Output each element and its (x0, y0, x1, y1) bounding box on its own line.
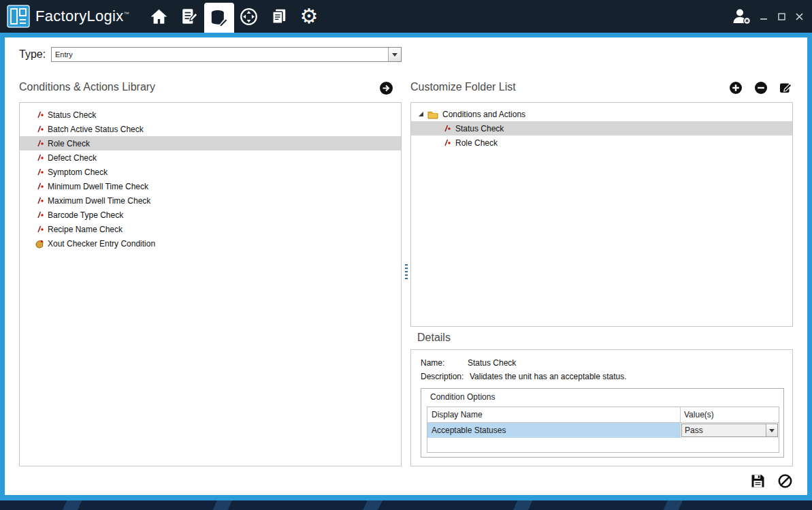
list-item-label: Maximum Dwell Time Check (48, 196, 150, 206)
list-item[interactable]: Maximum Dwell Time Check (20, 193, 401, 208)
condition-icon (35, 125, 45, 133)
window-frame: Type: Entry Conditions & Actions Library… (0, 33, 812, 500)
close-button[interactable] (790, 0, 808, 33)
list-item-label: Xout Checker Entry Condition (48, 239, 155, 249)
trademark: ™ (124, 11, 129, 17)
type-select-arrow[interactable] (388, 48, 401, 61)
list-item-label: Role Check (48, 139, 90, 148)
description-label: Description: (421, 372, 464, 381)
list-item[interactable]: Batch Active Status Check (20, 122, 401, 136)
condition-icon (442, 124, 452, 133)
list-item-label: Batch Active Status Check (48, 125, 144, 134)
reports-icon[interactable] (264, 0, 294, 33)
list-item-selected[interactable]: Role Check (20, 136, 401, 150)
folder-icon (427, 110, 438, 119)
condition-icon (35, 110, 45, 119)
list-item[interactable]: Recipe Name Check (20, 222, 401, 236)
condition-icon (35, 168, 45, 176)
option-value-select[interactable]: Pass (681, 424, 778, 437)
conditions-library-list: Status Check Batch Active Status Check R… (19, 102, 402, 466)
condition-options-title: Condition Options (430, 392, 495, 402)
name-label: Name: (421, 358, 444, 368)
table-row-selected[interactable]: Acceptable Statuses Pass (427, 423, 779, 438)
list-item[interactable]: Barcode Type Check (20, 208, 401, 222)
move-right-button[interactable] (379, 81, 393, 95)
library-icon-active-tab[interactable] (204, 3, 234, 33)
type-select[interactable]: Entry (51, 47, 402, 62)
column-header-values: Value(s) (681, 407, 779, 422)
navigate-icon[interactable] (234, 0, 264, 33)
option-display-name-cell[interactable]: Acceptable Statuses (427, 423, 681, 438)
script-condition-icon (35, 239, 45, 249)
tree-expand-icon[interactable] (417, 111, 425, 117)
condition-options-table: Display Name Value(s) Acceptable Statuse… (427, 407, 779, 453)
tree-root-conditions-and-actions[interactable]: Conditions and Actions (411, 107, 792, 121)
customize-folder-tree: Conditions and Actions Status Check Role… (410, 102, 793, 327)
condition-icon (35, 139, 45, 148)
condition-options-group: Condition Options Display Name Value(s) … (421, 388, 784, 458)
condition-icon (35, 182, 45, 191)
work-instructions-icon[interactable] (174, 0, 204, 33)
panel-splitter[interactable] (405, 264, 408, 279)
details-panel: Name: Status Check Description: Validate… (410, 349, 793, 466)
home-icon[interactable] (144, 0, 174, 33)
tree-item[interactable]: Role Check (411, 136, 792, 150)
titlebar: FactoryLogix™ (0, 0, 812, 33)
tree-item-label: Role Check (455, 138, 498, 148)
list-item-label: Symptom Check (48, 168, 108, 177)
option-value-cell: Pass (681, 423, 779, 438)
bottom-actions (410, 473, 793, 489)
library-title: Conditions & Actions Library (19, 81, 155, 93)
list-item-label: Status Check (48, 110, 96, 120)
details-title: Details (417, 332, 451, 344)
titlebar-right (728, 0, 812, 33)
remove-folder-item-button[interactable] (754, 81, 768, 95)
list-item[interactable]: Symptom Check (20, 165, 401, 179)
list-item[interactable]: Minimum Dwell Time Check (20, 179, 401, 193)
save-button[interactable] (750, 473, 766, 489)
type-select-value: Entry (52, 50, 388, 59)
cancel-button[interactable] (777, 473, 793, 489)
condition-icon (35, 196, 45, 205)
condition-icon (35, 225, 45, 234)
tree-root-label: Conditions and Actions (442, 110, 525, 119)
name-value: Status Check (468, 358, 516, 368)
description-value: Validates the unit has an acceptable sta… (470, 372, 627, 381)
list-item-label: Defect Check (48, 153, 97, 163)
table-header-row: Display Name Value(s) (427, 407, 779, 423)
factorylogix-logo-icon (7, 5, 30, 28)
tree-item-label: Status Check (455, 124, 504, 133)
settings-gear-icon[interactable]: ⚙ (294, 0, 324, 33)
condition-icon (35, 153, 45, 162)
user-logout-icon[interactable] (728, 0, 755, 33)
main-content: Type: Entry Conditions & Actions Library… (5, 37, 807, 495)
list-item-label: Minimum Dwell Time Check (48, 182, 148, 191)
option-value-text: Pass (682, 426, 766, 435)
list-item[interactable]: Defect Check (20, 150, 401, 165)
list-item[interactable]: Status Check (20, 108, 401, 122)
add-folder-item-button[interactable] (729, 81, 743, 95)
tree-item-selected[interactable]: Status Check (411, 121, 792, 136)
list-item-label: Barcode Type Check (48, 210, 123, 220)
type-label: Type: (19, 48, 46, 61)
app-title: FactoryLogix™ (35, 7, 129, 25)
column-header-display-name: Display Name (427, 407, 681, 422)
condition-icon (35, 210, 45, 219)
option-value-arrow[interactable] (766, 424, 777, 436)
maximize-button[interactable] (773, 0, 790, 33)
list-item[interactable]: Xout Checker Entry Condition (20, 236, 401, 251)
minimize-button[interactable] (755, 0, 773, 33)
desktop-background (0, 499, 812, 510)
list-item-label: Recipe Name Check (48, 225, 123, 234)
edit-folder-item-button[interactable] (779, 81, 793, 95)
condition-icon (442, 138, 452, 147)
main-nav: ⚙ (144, 0, 324, 33)
